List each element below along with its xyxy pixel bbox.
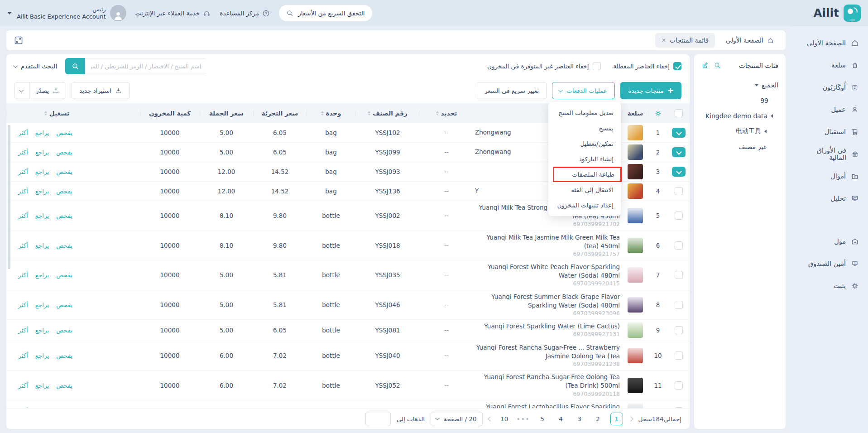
sidebar-item-promotions[interactable]: أُوكَازيُون (791, 76, 868, 98)
sidebar-item-settings[interactable]: يثبت (791, 274, 868, 297)
caret-left-icon[interactable] (764, 130, 767, 133)
tab-home[interactable]: الصفحة الأولى (719, 33, 780, 48)
search-icon[interactable] (714, 62, 721, 69)
product-image[interactable] (628, 267, 643, 283)
product-image[interactable] (628, 208, 643, 223)
hide-disabled-checkbox[interactable]: إخفاء العناصر المعطلة (614, 62, 681, 70)
sidebar-item-funds[interactable]: ¥ أموال (791, 165, 868, 187)
menu-item-delete[interactable]: يمسح (548, 120, 621, 136)
page-button-5[interactable]: 5 (536, 413, 549, 425)
export-button[interactable]: يصدّر (29, 82, 66, 99)
sidebar-item-analysis[interactable]: تحليل (791, 187, 868, 209)
menu-item-enable-disable[interactable]: تمكين/تعطيل (548, 136, 621, 151)
more-link[interactable]: أكثر (18, 382, 28, 389)
check-link[interactable]: يفحص (56, 301, 72, 308)
review-link[interactable]: يراجع (35, 149, 49, 156)
page-button-3[interactable]: 3 (573, 413, 586, 425)
row-checkbox[interactable] (675, 301, 683, 309)
more-link[interactable]: أكثر (18, 271, 28, 279)
review-link[interactable]: يراجع (35, 382, 49, 389)
product-name[interactable]: Yuanqi Forest Rancha Sugar-Free Oolong T… (475, 373, 620, 390)
brand[interactable]: intl Ailit (814, 5, 861, 22)
check-link[interactable]: يفحص (56, 149, 72, 156)
quick-price-change-button[interactable]: تغيير سريع في السعر (477, 82, 547, 99)
more-link[interactable]: أكثر (18, 301, 28, 308)
review-link[interactable]: يراجع (35, 129, 49, 136)
edit-icon[interactable] (701, 62, 709, 69)
sidebar-item-customer[interactable]: عميل (791, 98, 868, 120)
page-button-4[interactable]: 4 (555, 413, 567, 425)
product-image[interactable] (628, 348, 643, 363)
column-header-retail-price[interactable]: سعر التجزئة (262, 110, 298, 117)
hide-out-of-stock-checkbox[interactable]: إخفاء العناصر غير المتوفرة في المخزون (487, 62, 601, 70)
product-image[interactable] (628, 322, 643, 338)
close-icon[interactable]: ✕ (662, 37, 666, 43)
quick-price-check-button[interactable]: التحقق السريع من الأسعار (279, 5, 372, 21)
row-checkbox[interactable] (675, 187, 683, 195)
row-checkbox[interactable] (675, 326, 683, 334)
more-link[interactable]: أكثر (18, 212, 28, 219)
category-node-99[interactable]: 99 (701, 93, 778, 108)
account-menu[interactable]: رئيس Ailit Basic Experience Account (7, 5, 126, 21)
category-node-kingdee[interactable]: Kingdee demo data (701, 108, 778, 124)
expand-row-button[interactable] (672, 167, 686, 177)
more-link[interactable]: أكثر (18, 242, 28, 249)
page-button-last[interactable]: 10 (498, 413, 511, 425)
more-link[interactable]: أكثر (18, 129, 28, 136)
select-all-checkbox[interactable] (675, 109, 683, 117)
checkbox-icon[interactable] (593, 62, 601, 70)
review-link[interactable]: يراجع (35, 271, 49, 279)
product-image[interactable] (628, 297, 643, 313)
online-service-link[interactable]: خدمة العملاء عبر الإنترنت (135, 10, 211, 17)
more-link[interactable]: أكثر (18, 327, 28, 334)
column-header-item[interactable]: سلعة (628, 110, 643, 117)
menu-item-stock-alerts[interactable]: إعداد تنبيهات المخزون (548, 197, 621, 213)
check-link[interactable]: يفحص (56, 129, 72, 136)
help-center-link[interactable]: مركز المساعدة (220, 10, 270, 17)
check-link[interactable]: يفحص (56, 168, 72, 175)
next-page-chevron-icon[interactable] (488, 416, 493, 421)
check-link[interactable]: يفحص (56, 382, 72, 389)
column-header-wholesale-price[interactable]: سعر الجملة (209, 110, 244, 117)
fullscreen-button[interactable] (12, 34, 25, 47)
tab-product-list[interactable]: قائمة المنتجات ✕ (655, 33, 715, 48)
more-link[interactable]: أكثر (18, 188, 28, 195)
scrollbar-thumb[interactable] (8, 125, 10, 269)
review-link[interactable]: يراجع (35, 352, 49, 359)
export-options-button[interactable] (15, 82, 29, 99)
check-link[interactable]: يفحص (56, 188, 72, 195)
row-checkbox[interactable] (675, 241, 683, 250)
column-header-spec[interactable]: تحديد (441, 110, 457, 117)
product-image[interactable] (628, 164, 643, 179)
sidebar-item-cashier[interactable]: ¥ أمين الصندوق (791, 252, 868, 274)
row-checkbox[interactable] (675, 381, 683, 390)
page-size-select[interactable]: 20 / الصفحة (431, 412, 483, 426)
caret-left-icon[interactable] (771, 114, 773, 118)
product-image[interactable] (628, 144, 643, 160)
check-link[interactable]: يفحص (56, 352, 72, 359)
product-name[interactable]: Yuanqi Forest Summer Black Grape Flavor … (475, 293, 620, 310)
category-node-power-tools[interactable]: 电动工具 (701, 124, 778, 139)
expand-row-button[interactable] (672, 147, 686, 157)
menu-item-edit-product-info[interactable]: تعديل معلومات المنتج (548, 105, 621, 120)
column-header-operation[interactable]: تشغيل (49, 110, 69, 117)
column-settings-gear-icon[interactable] (654, 110, 662, 117)
page-button-2[interactable]: 2 (592, 413, 604, 425)
product-image[interactable] (628, 238, 643, 253)
row-checkbox[interactable] (675, 407, 683, 408)
menu-item-print-labels[interactable]: طباعة الملصقات (553, 167, 622, 182)
product-name[interactable]: Yuanqi Forest Sparkling Water (Lime Cact… (475, 322, 620, 331)
review-link[interactable]: يراجع (35, 327, 49, 334)
page-button-1[interactable]: 1 (610, 413, 623, 425)
row-checkbox[interactable] (675, 212, 683, 220)
more-link[interactable]: أكثر (18, 408, 28, 408)
review-link[interactable]: يراجع (35, 408, 49, 408)
check-link[interactable]: يفحص (56, 212, 72, 219)
sort-icon[interactable] (368, 111, 370, 115)
column-header-stock-qty[interactable]: كمية المخزون (149, 110, 191, 117)
advanced-search-toggle[interactable]: البحث المتقدم (14, 63, 57, 70)
menu-item-move-to-category[interactable]: الانتقال إلى الفئة (548, 182, 621, 197)
product-name[interactable]: Yuanqi Forest White Peach Flavor Sparkli… (475, 263, 620, 280)
row-checkbox[interactable] (675, 271, 683, 279)
checkbox-checked-icon[interactable] (673, 62, 681, 70)
